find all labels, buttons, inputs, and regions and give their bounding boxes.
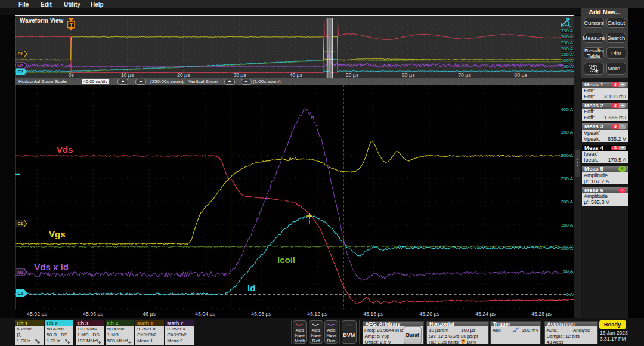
channel-badge-c1[interactable]: C1	[16, 220, 27, 227]
status-date: 16 Jan 2023	[600, 330, 628, 336]
h-zoom-scale-input[interactable]: 40.00 ns/div	[82, 79, 109, 84]
y-tick-label: 200 A	[561, 199, 574, 205]
more-button[interactable]: More...	[606, 63, 627, 75]
channel-row3: Meas 2	[167, 338, 182, 344]
y-tick-label: 350 A	[561, 129, 574, 135]
x-tick-label: 46.12 µs	[307, 311, 328, 317]
acquisition-title: Acquisition	[545, 322, 598, 327]
callout-button[interactable]: Callout	[606, 18, 627, 28]
meas-source-badge[interactable]: 4	[618, 166, 626, 172]
dvm-button[interactable]: DVM	[342, 320, 357, 344]
h-zoom-plus-button[interactable]: +	[117, 79, 128, 85]
meas-item-5[interactable]: Meas 5 4 Amplitude µ': 107.7 A	[582, 166, 628, 184]
menu-file[interactable]: File	[18, 1, 29, 8]
channel-badge-ch1[interactable]: Ch 1 5 V/div 1 GHz	[15, 320, 44, 345]
h-zoom-minus-button[interactable]: −	[135, 79, 146, 85]
channel-badge-c2[interactable]: C2	[16, 289, 27, 296]
measure-button[interactable]: Measure	[584, 33, 604, 43]
burst-button[interactable]: Burst	[404, 326, 422, 344]
meas-line2-label: Eoff:	[584, 115, 595, 121]
meas-item-header[interactable]: Meas 6 3	[582, 187, 628, 194]
channel-row1: 50 A/div	[47, 326, 63, 332]
overview-zoom-icon[interactable]	[561, 18, 570, 27]
channel-badge-header[interactable]: Ch 1	[15, 320, 44, 326]
meas-item-4[interactable]: Meas 4 3+ Ipeak' Ipeak:170.5 A	[582, 145, 628, 163]
zoom-area-button[interactable]	[584, 63, 604, 75]
x-tick-label: 46.24 µs	[475, 311, 496, 317]
oscilloscope-screen: File Edit Utility Help T0s10 µs20 µs30 µ…	[0, 0, 644, 346]
meas-source-badge[interactable]: 3+	[611, 146, 626, 151]
search-button[interactable]: Search	[606, 33, 627, 43]
trigger-position-marker[interactable]: T	[67, 18, 75, 30]
channel-badge-header[interactable]: Ch 2	[45, 320, 73, 326]
splitter-handle[interactable]	[575, 150, 580, 177]
acq-mode: Auto,	[547, 328, 558, 333]
cursors-button[interactable]: Cursors	[584, 18, 604, 28]
meas-expand-badge: +	[619, 124, 626, 129]
bandwidth-icon	[95, 339, 101, 344]
wave-icon	[295, 323, 304, 326]
trace-icoil-ch4	[15, 246, 574, 248]
meas-item-6[interactable]: Meas 6 3 Amplitude µ': 595.3 V	[582, 187, 628, 206]
channel-badge-header[interactable]: Ch 4	[106, 320, 134, 326]
channel-badge-ch4[interactable]: Ch 4 50 A/div 1 MΩ 500 MHz	[106, 320, 134, 345]
afg-freq: Freq: 20.9644 kHz	[364, 328, 404, 333]
channel-badge-ch2[interactable]: Ch 2 50 A/div 50 Ω DS 1 GHz	[45, 320, 73, 345]
y-tick-label: 150 A	[561, 52, 574, 57]
meas-item-header[interactable]: Meas 1 3+	[582, 82, 628, 88]
y-tick-label: 100 A	[561, 58, 574, 63]
add-new-math-button[interactable]: AddNewMath	[293, 320, 307, 344]
acq-sample: Sample: 12 bits	[547, 333, 580, 339]
meas-item-header[interactable]: Meas 5 4	[582, 166, 628, 172]
menu-edit[interactable]: Edit	[41, 1, 52, 8]
meas-line1: Vpeak'	[584, 130, 626, 136]
channel-badge-c2[interactable]: C2	[16, 69, 27, 75]
channel-badge-header[interactable]: Math 1	[135, 320, 164, 326]
v-zoom-minus-button[interactable]: −	[241, 79, 252, 85]
meas-source-badge[interactable]: 3+	[611, 124, 626, 129]
meas-source-badge[interactable]: 3+	[611, 82, 626, 88]
x-tick-label: 30 µs	[233, 72, 246, 78]
channel-badge-m2[interactable]: M2	[16, 268, 27, 276]
meas-line2-value: 835.2 V	[608, 136, 626, 142]
v-zoom-label: Vertical Zoom	[188, 79, 218, 84]
meas-expand-badge: +	[619, 82, 626, 88]
x-tick-label: 80 µs	[514, 72, 527, 78]
meas-source-badge[interactable]: 3+	[611, 103, 626, 109]
meas-line2-value: 170.5 A	[608, 157, 626, 163]
channel-badge-body: 100 V/div 1 MΩ DS 100 MHz	[76, 326, 104, 345]
meas-item-2[interactable]: Meas 2 3+ Eoff' Eoff:1.666 mJ	[582, 103, 628, 121]
channel-badge-m2[interactable]: M2	[16, 63, 27, 69]
menu-utility[interactable]: Utility	[64, 1, 80, 8]
meas-item-header[interactable]: Meas 4 3+	[582, 145, 628, 152]
meas-item-3[interactable]: Meas 3 3+ Vpeak' Vpeak:835.2 V	[582, 123, 628, 142]
channel-badge-ch3[interactable]: Ch 3 100 V/div 1 MΩ DS 100 MHz	[76, 320, 104, 345]
zoom-window[interactable]	[327, 18, 333, 78]
trace-vds-ch3	[15, 156, 574, 304]
channel-badge-header[interactable]: Math 2	[165, 320, 194, 326]
channel-badge-math1[interactable]: Math 1 9.7521 k... Ch3*Ch2 Meas 1	[135, 320, 164, 345]
meas-source-badge[interactable]: 3	[618, 188, 626, 193]
x-tick-label: 10 µs	[121, 72, 134, 78]
channel-row1: 100 V/div	[78, 326, 97, 332]
horizontal-trigpos: T 10%	[461, 339, 476, 345]
results-table-button[interactable]: Results Table	[584, 47, 604, 59]
add-new-bus-button[interactable]: AddNewBus	[324, 320, 339, 344]
meas-line2-label: µ': 107.7 A	[584, 178, 609, 184]
channel-badge-header[interactable]: Ch 3	[76, 320, 104, 326]
svg-text:C1: C1	[18, 52, 23, 56]
trace-label-vds-x-id: Vds x Id	[34, 262, 69, 272]
meas-item-header[interactable]: Meas 2 3+	[582, 103, 628, 109]
channel-badge-math2[interactable]: Math 2 9.7521 k... Ch3*Ch2 Meas 2	[165, 320, 194, 345]
meas-item-1[interactable]: Meas 1 3+ Eon' Eon:3.190 mJ	[582, 82, 628, 100]
horizontal-title: Horizontal	[427, 322, 488, 327]
horizontal-rl: RL: 1.25 Mpts	[429, 339, 459, 345]
menu-help[interactable]: Help	[91, 1, 104, 8]
horizontal-pspt: 80 ps/pt	[461, 333, 478, 339]
channel-badge-c1[interactable]: C1	[16, 51, 27, 57]
meas-item-header[interactable]: Meas 3 3+	[582, 123, 628, 130]
add-new-ref-button[interactable]: AddNewRef	[309, 320, 323, 344]
plot-button[interactable]: Plot	[606, 47, 627, 59]
trace-vds-x-id-math2	[15, 48, 574, 67]
v-zoom-plus-button[interactable]: +	[224, 79, 235, 85]
